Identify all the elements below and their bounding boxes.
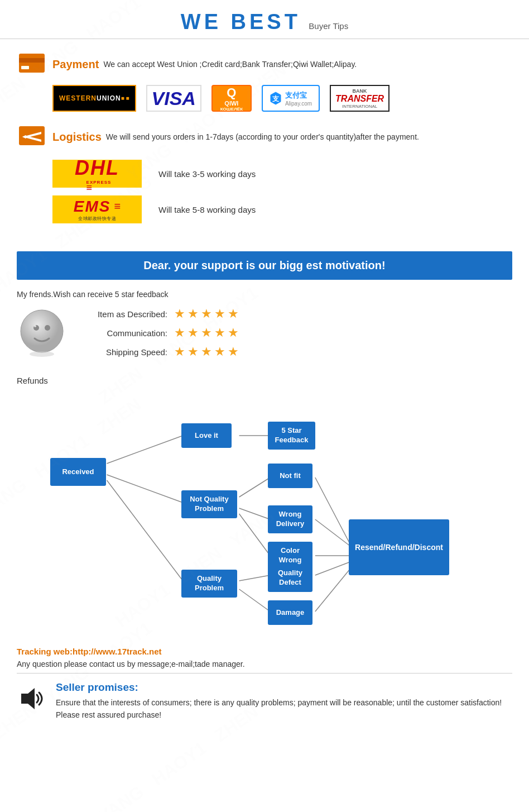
flow-love-it: Love it: [181, 423, 232, 448]
feedback-intro: My frends.Wish can receive 5 star feedba…: [17, 290, 512, 299]
flow-damage: Damage: [268, 600, 312, 625]
flowchart-lines: [17, 391, 512, 631]
logistics-icon: [17, 122, 47, 152]
feedback-section: My frends.Wish can receive 5 star feedba…: [0, 290, 529, 365]
qiwi-logo: Q QIWI КОШЕЛЁК: [211, 85, 252, 112]
svg-line-27: [315, 567, 352, 612]
feedback-table: Item as Described: ★ ★ ★ ★ ★ Communicati…: [84, 307, 239, 359]
svg-point-11: [45, 325, 50, 331]
promises-section: Seller promises: Ensure that the interes…: [0, 674, 529, 733]
payment-title: Payment: [52, 58, 99, 71]
logistics-section: Logistics We will send yours orders in 1…: [0, 122, 529, 241]
ems-days: Will take 5-8 working days: [158, 205, 256, 214]
star-2: ★: [187, 307, 199, 321]
visa-logo: VISA: [146, 85, 201, 112]
star-4: ★: [214, 307, 225, 321]
refunds-section: Refunds: [0, 365, 529, 637]
ems-row: EMS ≡ 全球邮政特快专递 Will take 5-8 working day…: [52, 195, 512, 223]
feedback-label-ship: Shipping Speed:: [84, 347, 167, 357]
star-s1: ★: [174, 345, 185, 359]
stars-comm: ★ ★ ★ ★ ★: [174, 326, 239, 340]
star-5: ★: [228, 307, 239, 321]
payment-logos: WESTERN UNION ■ ■ VISA Q QIWI КОШЕЛЁК 支 …: [52, 85, 512, 112]
svg-line-21: [239, 575, 271, 581]
motivation-banner: Dear. your support is our bigg est motiv…: [17, 251, 512, 280]
star-s4: ★: [214, 345, 225, 359]
feedback-label-item: Item as Described:: [84, 309, 167, 319]
svg-point-12: [34, 325, 36, 327]
svg-text:$: $: [31, 49, 33, 54]
speaker-icon: [17, 684, 47, 714]
tracking-link: Tracking web:http://www.17track.net: [17, 647, 512, 656]
star-c5: ★: [228, 326, 239, 340]
flow-wrong-delivery: Wrong Delivery: [268, 505, 312, 533]
payment-label-row: $ Payment We can accept West Union ;Cred…: [17, 49, 512, 79]
western-union-logo: WESTERN UNION ■ ■: [52, 85, 136, 112]
promises-description: Ensure that the interests of consumers; …: [56, 696, 512, 722]
svg-line-18: [239, 477, 271, 497]
flow-resend: Resend/Refund/Discont: [349, 519, 449, 575]
dhl-logo: DHL EXPRESS ≡: [52, 160, 142, 188]
star-1: ★: [174, 307, 185, 321]
payment-description: We can accept West Union ;Credit card;Ba…: [103, 60, 357, 69]
flow-received: Received: [50, 458, 106, 486]
page-header: WE BEST Buyer Tips: [0, 0, 529, 39]
svg-line-15: [107, 475, 182, 503]
svg-text:支: 支: [272, 95, 280, 103]
svg-rect-29: [21, 694, 28, 704]
bank-transfer-logo: BANK TRANSFER INTERNATIONAL: [330, 85, 389, 112]
alipay-logo: 支 支付宝 Alipay.com: [262, 85, 320, 112]
flow-not-quality: Not Quality Problem: [181, 490, 237, 518]
svg-line-14: [107, 436, 182, 464]
feedback-row-item: Item as Described: ★ ★ ★ ★ ★: [84, 307, 239, 321]
star-c3: ★: [201, 326, 212, 340]
svg-point-9: [21, 310, 63, 352]
svg-line-24: [315, 519, 352, 547]
promises-content: Seller promises: Ensure that the interes…: [56, 681, 512, 722]
flowchart: Received Love it 5 Star Feedback Not Qua…: [17, 391, 512, 631]
flow-quality-defect: Quality Defect: [268, 564, 312, 592]
payment-section: $ Payment We can accept West Union ;Cred…: [0, 49, 529, 122]
refunds-title: Refunds: [17, 376, 512, 385]
dhl-days: Will take 3-5 working days: [158, 169, 256, 179]
svg-line-26: [315, 561, 352, 575]
svg-rect-0: [19, 54, 45, 73]
feedback-row-comm: Communication: ★ ★ ★ ★ ★: [84, 326, 239, 340]
logistics-description: We will send yours orders in 1-7days (ac…: [106, 132, 419, 141]
svg-line-16: [107, 480, 182, 581]
svg-point-13: [30, 351, 54, 357]
star-s5: ★: [228, 345, 239, 359]
feedback-row-ship: Shipping Speed: ★ ★ ★ ★ ★: [84, 345, 239, 359]
star-s3: ★: [201, 345, 212, 359]
svg-line-23: [315, 477, 352, 547]
feedback-content: Item as Described: ★ ★ ★ ★ ★ Communicati…: [17, 307, 512, 359]
tracking-description: Any question please contact us by messag…: [17, 660, 512, 668]
stars-ship: ★ ★ ★ ★ ★: [174, 345, 239, 359]
tracking-section: Tracking web:http://www.17track.net Any …: [0, 637, 529, 673]
page-subtitle: Buyer Tips: [309, 21, 348, 31]
flow-quality-problem: Quality Problem: [181, 570, 237, 598]
star-3: ★: [201, 307, 212, 321]
promises-title: Seller promises:: [56, 681, 512, 694]
page-title: WE BEST: [181, 10, 301, 34]
star-s2: ★: [187, 345, 199, 359]
stars-item: ★ ★ ★ ★ ★: [174, 307, 239, 321]
svg-line-19: [239, 508, 271, 519]
payment-icon: $: [17, 49, 47, 79]
flow-not-fit: Not fit: [268, 464, 312, 488]
star-c4: ★: [214, 326, 225, 340]
star-c1: ★: [174, 326, 185, 340]
svg-line-22: [239, 589, 271, 612]
svg-rect-2: [21, 66, 29, 69]
feedback-label-comm: Communication:: [84, 328, 167, 338]
logistics-title: Logistics: [52, 131, 102, 144]
ems-logo: EMS ≡ 全球邮政特快专递: [52, 195, 142, 223]
flow-five-star: 5 Star Feedback: [268, 422, 315, 450]
dhl-row: DHL EXPRESS ≡ Will take 3-5 working days: [52, 160, 512, 188]
feedback-avatar: [17, 308, 67, 358]
star-c2: ★: [187, 326, 199, 340]
logistics-label-row: Logistics We will send yours orders in 1…: [17, 122, 512, 152]
svg-rect-1: [19, 58, 45, 63]
svg-line-20: [239, 514, 271, 556]
